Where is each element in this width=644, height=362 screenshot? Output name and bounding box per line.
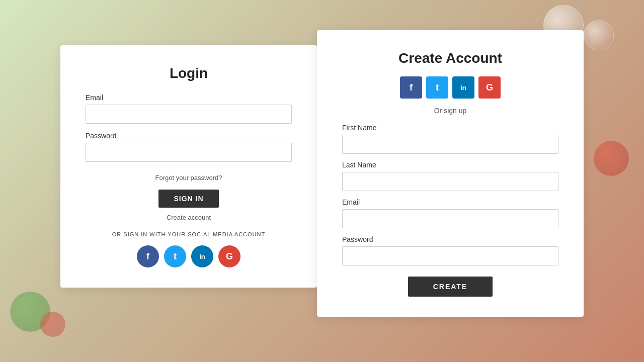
- create-account-title: Create Account: [398, 50, 502, 66]
- facebook-icon: f: [146, 251, 149, 262]
- password-group: Password: [86, 132, 292, 162]
- or-signup-text: Or sign up: [434, 107, 467, 115]
- create-email-label: Email: [342, 198, 558, 206]
- create-button[interactable]: CREATE: [408, 277, 493, 297]
- bg-decoration-circle-2: [584, 20, 614, 50]
- create-password-group: Password: [342, 235, 558, 265]
- create-facebook-button[interactable]: f: [400, 76, 422, 99]
- create-social-icons: f t in G: [400, 76, 501, 99]
- linkedin-icon: in: [199, 253, 205, 260]
- create-email-input[interactable]: [342, 209, 558, 228]
- login-facebook-button[interactable]: f: [137, 245, 159, 267]
- linkedin-icon: in: [460, 84, 466, 92]
- email-label: Email: [86, 94, 292, 102]
- login-linkedin-button[interactable]: in: [191, 245, 213, 267]
- login-twitter-button[interactable]: t: [164, 245, 186, 267]
- facebook-icon: f: [410, 82, 413, 93]
- panels-wrapper: Login Email Password Forgot your passwor…: [60, 45, 584, 317]
- bg-decoration-circle-3: [594, 141, 629, 176]
- first-name-group: First Name: [342, 124, 558, 154]
- create-password-label: Password: [342, 235, 558, 243]
- twitter-icon: t: [174, 251, 177, 262]
- divider-text: OR SIGN IN WITH YOUR SOCIAL MEDIA ACCOUN…: [112, 231, 265, 237]
- google-icon: G: [486, 82, 493, 93]
- login-email-input[interactable]: [86, 105, 292, 124]
- login-password-input[interactable]: [86, 143, 292, 162]
- last-name-input[interactable]: [342, 172, 558, 191]
- create-linkedin-button[interactable]: in: [452, 76, 474, 99]
- login-panel: Login Email Password Forgot your passwor…: [60, 45, 317, 288]
- last-name-label: Last Name: [342, 161, 558, 169]
- last-name-group: Last Name: [342, 161, 558, 191]
- password-label: Password: [86, 132, 292, 140]
- forgot-password-link[interactable]: Forgot your password?: [155, 174, 222, 182]
- first-name-input[interactable]: [342, 135, 558, 154]
- first-name-label: First Name: [342, 124, 558, 132]
- login-title: Login: [170, 65, 208, 81]
- sign-in-button[interactable]: SIGN IN: [158, 190, 218, 208]
- login-social-icons: f t in G: [137, 245, 240, 267]
- login-google-button[interactable]: G: [218, 245, 240, 267]
- create-account-link[interactable]: Create account: [167, 214, 211, 221]
- email-group: Email: [86, 94, 292, 124]
- bg-decoration-circle-4: [10, 292, 50, 332]
- google-icon: G: [226, 251, 233, 262]
- create-google-button[interactable]: G: [478, 76, 501, 99]
- create-account-panel: Create Account f t in G Or sign up First…: [317, 30, 584, 317]
- create-password-input[interactable]: [342, 246, 558, 265]
- create-twitter-button[interactable]: t: [426, 76, 448, 99]
- twitter-icon: t: [436, 82, 439, 93]
- create-email-group: Email: [342, 198, 558, 228]
